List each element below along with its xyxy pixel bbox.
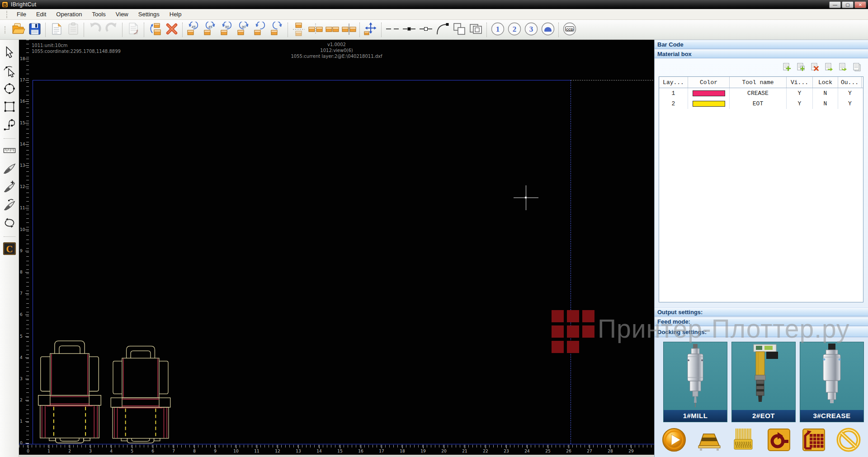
measure-tool-button[interactable] [2, 142, 17, 160]
view-1-button[interactable]: 1 [489, 21, 506, 38]
mill-tool-image [664, 342, 727, 410]
column-header-0: Lay... [659, 77, 688, 88]
node-edit-tool-button[interactable] [2, 62, 17, 80]
rotate-cw-button[interactable] [269, 21, 285, 38]
line-node-filled-button[interactable] [401, 21, 417, 38]
line-node-hollow-button[interactable] [417, 21, 434, 38]
die-cut-drawing-2[interactable] [103, 343, 178, 444]
minimize-button[interactable]: — [829, 1, 841, 8]
undo-button[interactable] [86, 21, 103, 38]
toolbar-grip [5, 26, 6, 33]
rotate-ccw-button[interactable] [252, 21, 269, 38]
lower-layer-button[interactable] [838, 62, 848, 73]
view-2-icon: 2 [507, 22, 522, 38]
view-2-button[interactable]: 2 [506, 21, 523, 38]
rectangle-tool-button[interactable] [2, 99, 17, 117]
maximize-button[interactable]: ▢ [842, 1, 854, 8]
docking-tool-mill[interactable]: 1#MILL [663, 342, 727, 422]
combine-rects-icon [469, 22, 483, 38]
raise-layer-button[interactable] [824, 62, 834, 73]
layer-color-swatch[interactable] [693, 101, 725, 107]
mirror-line-button[interactable] [340, 21, 357, 38]
section-feed-mode[interactable]: Feed mode: [655, 318, 868, 326]
node-edit-icon [3, 64, 16, 79]
section-bar-code[interactable]: Bar Code [655, 41, 868, 49]
menu-item-help[interactable]: Help [165, 10, 186, 19]
layer-row-2[interactable]: 2EOTYNY [659, 99, 863, 109]
view-all-button[interactable] [539, 21, 556, 38]
svg-text:90: 90 [241, 24, 245, 28]
delete-icon [165, 22, 179, 38]
feed-button[interactable] [696, 427, 722, 455]
rotate-90-ccw-button[interactable]: 90 [218, 21, 235, 38]
knife-curve-tool-button[interactable] [2, 197, 17, 215]
open-button[interactable] [9, 21, 26, 38]
docking-tool-eot[interactable]: 2#EOT [731, 342, 796, 422]
toolbar-separator [182, 23, 183, 37]
ellipse-tool-button[interactable] [2, 80, 17, 99]
combine-squares-button[interactable] [451, 21, 467, 38]
paste-button[interactable] [65, 21, 81, 38]
rotate-feed-button[interactable] [766, 427, 792, 455]
mirror-y-button[interactable] [324, 21, 340, 38]
section-output-settings[interactable]: Output settings: [655, 308, 868, 316]
save-button[interactable] [26, 21, 43, 38]
menu-item-file[interactable]: File [12, 10, 31, 19]
knife-tool-button[interactable] [2, 160, 17, 179]
menu-item-view[interactable]: View [111, 10, 133, 19]
redo-button[interactable] [103, 21, 120, 38]
view-3-button[interactable]: 3 [523, 21, 539, 38]
close-button[interactable]: ✕ [854, 1, 866, 8]
add-layer-button[interactable] [782, 62, 792, 73]
export-doc-icon [126, 22, 141, 38]
menu-item-settings[interactable]: Settings [134, 10, 164, 19]
move-button[interactable] [362, 21, 379, 38]
section-material-box[interactable]: Material box [655, 50, 868, 58]
chart-button[interactable] [801, 427, 827, 455]
loop-tool-button[interactable] [2, 215, 17, 233]
copy-layer-button[interactable] [852, 62, 862, 73]
toolbar-separator [122, 23, 123, 37]
mirror-x-button[interactable] [307, 21, 324, 38]
ccd-button[interactable]: CCD [561, 21, 578, 38]
flip-v-button[interactable] [290, 21, 307, 38]
redo-icon [104, 22, 119, 38]
brush-button[interactable] [731, 427, 757, 455]
arc-button[interactable] [434, 21, 451, 38]
line-plain-button[interactable] [384, 21, 401, 38]
path-tool-button[interactable] [2, 117, 17, 135]
svg-text:3: 3 [529, 25, 533, 33]
layer-row-1[interactable]: 1CREASEYNY [659, 88, 863, 99]
docking-tool-crease[interactable]: 3#CREASE [800, 342, 864, 422]
rotate-45-cw-button[interactable]: 45 [202, 21, 218, 38]
menu-item-edit[interactable]: Edit [32, 10, 51, 19]
rotate-45-ccw-button[interactable]: 45 [185, 21, 202, 38]
sequence-button[interactable] [146, 21, 163, 38]
path-icon [3, 118, 16, 133]
rotate-ccw-icon [253, 22, 268, 38]
delete-button[interactable] [163, 21, 180, 38]
die-cut-drawing-1[interactable] [35, 337, 104, 444]
stop-button[interactable] [835, 427, 862, 455]
export-doc-button[interactable] [125, 21, 142, 38]
layer-number: 2 [659, 99, 688, 109]
delete-layer-button[interactable] [810, 62, 820, 73]
copy-button[interactable] [48, 21, 65, 38]
rotate-90-cw-button[interactable]: 90 [235, 21, 252, 38]
select-tool-button[interactable] [2, 44, 17, 62]
start-button[interactable] [661, 427, 687, 455]
toolbar-separator [45, 23, 46, 37]
lock-flag: N [813, 88, 838, 99]
section-docking-settings[interactable]: Docking settings: [655, 327, 868, 337]
combine-rects-button[interactable] [467, 21, 484, 38]
menu-item-tools[interactable]: Tools [87, 10, 110, 19]
brand-tool-button[interactable]: C [2, 240, 17, 259]
axis-vertical [33, 80, 33, 444]
lower-layer-icon [838, 66, 848, 73]
right-panel: Bar Code Material box Lay...ColorTool na… [654, 40, 868, 457]
menu-item-operation[interactable]: Operation [52, 10, 86, 19]
drawing-canvas[interactable]: 1011:unit:10cm 1055:coordinate:2295.1708… [19, 40, 654, 457]
insert-layer-button[interactable] [796, 62, 806, 73]
layer-color-swatch[interactable] [693, 90, 725, 96]
knife-add-tool-button[interactable] [2, 179, 17, 197]
